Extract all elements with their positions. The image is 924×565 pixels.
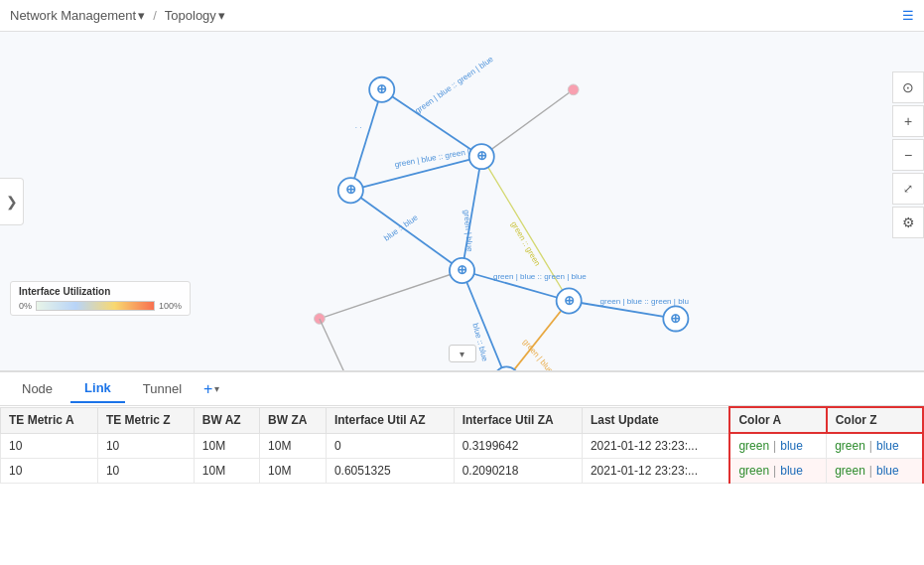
svg-text:⊕: ⊕	[376, 82, 387, 96]
col-last-update: Last Update	[582, 407, 729, 433]
svg-text:⊕: ⊕	[345, 183, 356, 197]
cell-color-z-2: green | blue	[827, 459, 923, 484]
cell-if-util-za-2: 0.2090218	[454, 459, 582, 484]
svg-text:green | blue :: green | blu: green | blue :: green | blu	[600, 297, 689, 306]
sidebar-toggle[interactable]: ❯	[0, 178, 24, 225]
svg-text:⊕: ⊕	[670, 312, 681, 326]
tab-link[interactable]: Link	[70, 374, 125, 403]
svg-point-7	[568, 84, 579, 95]
cell-te-metric-z-2: 10	[97, 459, 194, 484]
svg-text:green | blue :: green | blue: green | blue :: green | blue	[493, 272, 587, 281]
topology-area: ❯ green | blue :: green | blue . . green…	[0, 32, 924, 371]
tabs-bar: Node Link Tunnel + ▾	[0, 372, 924, 406]
cell-color-a-1: green | blue	[729, 433, 826, 459]
legend-label-low: 0%	[19, 301, 32, 311]
header-right: ☰	[902, 8, 914, 23]
header-action-icon[interactable]: ☰	[902, 8, 914, 23]
color-a-blue-2: blue	[780, 464, 803, 478]
col-if-util-az: Interface Util AZ	[326, 407, 454, 433]
cell-bw-za-2: 10M	[260, 459, 327, 484]
color-z-blue-1: blue	[876, 439, 899, 453]
svg-text:⊕: ⊕	[457, 263, 467, 277]
svg-text:⊕: ⊕	[564, 294, 575, 308]
link-table: TE Metric A TE Metric Z BW AZ BW ZA Inte	[0, 406, 924, 484]
cell-last-update-1: 2021-01-12 23:23:...	[582, 433, 729, 459]
nav-network-management[interactable]: Network Management ▾	[10, 8, 145, 23]
cell-bw-az-1: 10M	[194, 433, 259, 459]
col-te-metric-a: TE Metric A	[1, 407, 98, 433]
legend-title: Interface Utilization	[19, 286, 182, 297]
svg-line-2	[350, 89, 381, 190]
legend-gradient	[36, 301, 155, 311]
topology-svg: green | blue :: green | blue . . green |…	[0, 32, 924, 370]
color-z-blue-2: blue	[876, 464, 899, 478]
svg-text:⊕: ⊕	[476, 149, 487, 163]
header: Network Management ▾ / Topology ▾ ☰	[0, 0, 924, 32]
cell-if-util-az-1: 0	[326, 433, 454, 459]
svg-text:green :: green: green :: green	[509, 219, 542, 267]
legend-label-high: 100%	[159, 301, 182, 311]
interface-utilization-legend: Interface Utilization 0% 100%	[10, 281, 191, 316]
cell-color-a-2: green | blue	[729, 459, 826, 484]
tab-tunnel[interactable]: Tunnel	[129, 375, 196, 402]
tab-add-chevron-icon: ▾	[214, 383, 219, 394]
svg-text:green | blue: green | blue	[462, 210, 474, 253]
cell-bw-za-1: 10M	[260, 433, 327, 459]
color-sep-1: |	[773, 439, 776, 453]
zoom-in-icon: +	[904, 113, 912, 129]
table-area: Node Link Tunnel + ▾ TE Metric A	[0, 371, 924, 565]
svg-line-22	[320, 270, 462, 318]
cell-bw-az-2: 10M	[194, 459, 259, 484]
right-toolbar: ⊙ + − ⤢ ⚙	[892, 71, 924, 238]
svg-line-6	[481, 89, 573, 156]
color-z-green-2: green	[835, 464, 865, 478]
center-button[interactable]: ⊙	[892, 71, 924, 103]
color-a-green-1: green	[738, 439, 769, 453]
settings-button[interactable]: ⚙	[892, 207, 924, 238]
cell-te-metric-z-1: 10	[97, 433, 194, 459]
plus-icon: +	[203, 380, 212, 398]
settings-icon: ⚙	[902, 214, 915, 230]
color-sep-2: |	[773, 464, 776, 478]
svg-text:green | blue :: green | blue: green | blue :: green | blue	[414, 55, 495, 115]
col-bw-az: BW AZ	[194, 407, 259, 433]
nav-topology[interactable]: Topology ▾	[165, 8, 225, 23]
color-a-blue-1: blue	[780, 439, 803, 453]
main-container: ❯ green | blue :: green | blue . . green…	[0, 32, 924, 565]
color-z-green-1: green	[835, 439, 865, 453]
zoom-out-icon: −	[904, 147, 912, 163]
breadcrumb-separator: /	[153, 8, 157, 23]
expand-icon: ▾	[460, 349, 464, 359]
nav-chevron: ▾	[138, 8, 145, 23]
tab-node[interactable]: Node	[8, 375, 66, 402]
center-icon: ⊙	[902, 79, 914, 95]
color-z-sep-1: |	[869, 439, 872, 453]
color-a-green-2: green	[738, 464, 769, 478]
col-bw-za: BW ZA	[260, 407, 327, 433]
cell-color-z-1: green | blue	[827, 433, 923, 459]
tab-add-button[interactable]: + ▾	[203, 380, 219, 398]
topology-label: Topology	[165, 8, 216, 23]
cell-te-metric-a-2: 10	[1, 459, 98, 484]
zoom-in-button[interactable]: +	[892, 105, 924, 137]
share-button[interactable]: ⤢	[892, 173, 924, 205]
svg-line-10	[350, 191, 462, 271]
cell-last-update-2: 2021-01-12 23:23:...	[582, 459, 729, 484]
col-color-a: Color A	[729, 407, 826, 433]
data-table: TE Metric A TE Metric Z BW AZ BW ZA Inte	[0, 406, 924, 565]
share-icon: ⤢	[903, 182, 913, 196]
cell-if-util-az-2: 0.6051325	[326, 459, 454, 484]
expand-button[interactable]: ▾	[449, 345, 476, 362]
cell-if-util-za-1: 0.3199642	[454, 433, 582, 459]
nav-label: Network Management	[10, 8, 136, 23]
chevron-right-icon: ❯	[6, 194, 18, 210]
breadcrumb: Network Management ▾ / Topology ▾	[10, 8, 225, 23]
svg-line-24	[320, 319, 364, 370]
table-row[interactable]: 10 10 10M 10M 0.6051325 0.2090218 2021-0…	[1, 459, 924, 484]
zoom-out-button[interactable]: −	[892, 139, 924, 171]
svg-text:. .: . .	[355, 121, 362, 130]
col-color-z: Color Z	[827, 407, 923, 433]
table-row[interactable]: 10 10 10M 10M 0 0.3199642 2021-01-12 23:…	[1, 433, 924, 459]
cell-te-metric-a-1: 10	[1, 433, 98, 459]
table-header-row: TE Metric A TE Metric Z BW AZ BW ZA Inte	[1, 407, 924, 433]
